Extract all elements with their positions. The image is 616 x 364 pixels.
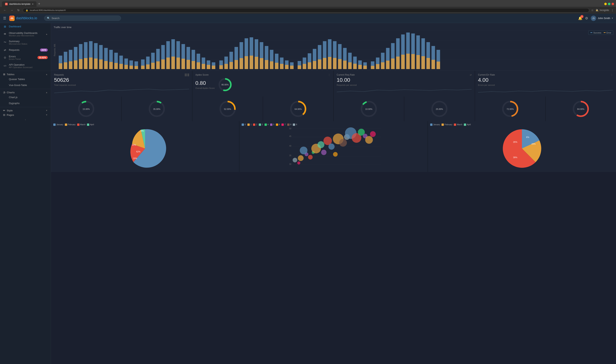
- bookmark-button[interactable]: ☆: [591, 9, 594, 12]
- stat-card-reqrate: Current Req Rate ⇄ 10.00 Requests per se…: [334, 71, 475, 97]
- new-tab-button[interactable]: +: [37, 1, 42, 7]
- browser-toolbar: ← → ↻ 🔒 localhost:8081/dashblocks-templa…: [0, 7, 616, 14]
- search-box[interactable]: 🔍 Search: [44, 16, 121, 21]
- sidebar-item-quasar[interactable]: Quasar Tables: [0, 76, 51, 82]
- header-search[interactable]: 🔍 Search: [44, 16, 121, 21]
- gauge-svg-5: 25.00%: [430, 99, 449, 118]
- forward-button[interactable]: →: [9, 8, 14, 13]
- style-section-header[interactable]: ✏ Style ▼: [0, 108, 51, 112]
- chartjs-label: Chart.js: [9, 96, 17, 99]
- pie1-legend-jan: January: [53, 124, 63, 126]
- svg-rect-111: [318, 59, 321, 69]
- tab-favicon: db: [5, 3, 8, 5]
- reqrate-icon: ⇄: [470, 74, 472, 76]
- svg-rect-99: [285, 65, 288, 69]
- svg-rect-139: [391, 58, 395, 69]
- svg-rect-115: [328, 57, 332, 69]
- browser-tab[interactable]: db dashblocks-template ×: [2, 1, 37, 7]
- svg-rect-23: [89, 58, 92, 69]
- sidebar-item-dashboard[interactable]: ⊞ Dashboard: [0, 23, 51, 30]
- gauge-card-3: 64.00%: [263, 97, 334, 121]
- settings-button[interactable]: ⚙: [585, 16, 588, 20]
- tab-close-button[interactable]: ×: [32, 2, 34, 6]
- legend-success: Success: [590, 32, 601, 34]
- svg-rect-107: [308, 62, 311, 69]
- browser-menu-button[interactable]: ⋮: [611, 9, 614, 12]
- gauge-card-1: 35.00%: [122, 97, 192, 121]
- svg-point-214: [339, 139, 347, 147]
- summary-sub: Microservice Status: [9, 43, 48, 45]
- svg-rect-39: [129, 65, 133, 69]
- pie1-chart-area: 62% 19% 13% 6%: [53, 127, 237, 170]
- svg-text:52.00%: 52.00%: [224, 108, 231, 110]
- maximize-button[interactable]: [608, 3, 610, 5]
- tables-chevron-icon: ▲: [46, 73, 48, 75]
- sidebar-item-chartjs[interactable]: Chart.js: [0, 94, 51, 100]
- requests-label: Requests: [9, 49, 38, 51]
- gauge-svg-4: 10.00%: [359, 99, 378, 118]
- stat-reqrate-label: Current Req Rate ⇄: [337, 74, 472, 76]
- bubble-legend-3: 3: [259, 124, 263, 126]
- pie2-legend-feb: February: [441, 124, 452, 126]
- pie1-apr-color: [87, 124, 89, 126]
- observability-sub: Monitor your Microservices: [9, 34, 44, 37]
- pages-section-header[interactable]: ⊟ Pages ▼: [0, 112, 51, 117]
- svg-rect-119: [338, 59, 342, 69]
- observability-label: Observability Dashboards: [9, 32, 44, 34]
- svg-rect-105: [303, 64, 306, 69]
- sidebar-item-dygraphs[interactable]: Dygraphs: [0, 100, 51, 106]
- sidebar-item-api[interactable]: </> API Operation API Operation Scorecar…: [0, 62, 51, 70]
- gauge-card-5: 25.00%: [404, 97, 475, 121]
- svg-point-202: [298, 155, 304, 161]
- dygraphs-label: Dygraphs: [9, 102, 20, 105]
- charts-section-header[interactable]: ◔ Charts ▲: [0, 90, 51, 94]
- gauge-svg-0: 15.00%: [77, 99, 96, 118]
- svg-rect-83: [244, 56, 248, 69]
- style-icon: ✏: [3, 109, 5, 112]
- svg-rect-43: [141, 65, 144, 69]
- errrate-sparkline: [478, 86, 613, 94]
- user-name: John Smith: [598, 17, 610, 20]
- svg-rect-35: [119, 64, 123, 69]
- sidebar-item-observability[interactable]: 👁 Observability Dashboards Monitor your …: [0, 30, 51, 38]
- bubble-legend-0: 0: [242, 124, 246, 126]
- tables-icon: ⊞: [3, 73, 5, 76]
- main-content: Traffic over time Requests, Mill. Succes…: [51, 23, 616, 364]
- sidebar-item-errors[interactable]: ⊙ Errors Errors Trend 10.62%: [0, 53, 51, 62]
- search-icon: 🔍: [47, 17, 50, 20]
- svg-rect-127: [358, 65, 362, 69]
- svg-rect-87: [255, 57, 258, 69]
- b7-label: 7: [284, 124, 286, 126]
- errors-icon: ⊙: [3, 56, 7, 59]
- svg-point-209: [321, 150, 326, 155]
- bubble-legend-9: 9: [293, 124, 297, 126]
- close-window-button[interactable]: [612, 3, 614, 5]
- pie2-svg: 26% 29% 39% 6%: [501, 127, 543, 170]
- lock-icon: 🔒: [26, 9, 28, 12]
- notification-button[interactable]: 🔔 5: [578, 16, 582, 20]
- svg-rect-21: [84, 58, 88, 69]
- hamburger-button[interactable]: ☰: [3, 16, 6, 20]
- b4-label: 4: [268, 124, 269, 126]
- address-bar[interactable]: 🔒 localhost:8081/dashblocks-template/#/: [23, 8, 589, 13]
- svg-rect-81: [240, 58, 243, 69]
- refresh-button[interactable]: ↻: [16, 8, 21, 13]
- back-button[interactable]: ←: [2, 8, 7, 13]
- reqrate-sparkline: [337, 86, 472, 94]
- svg-rect-141: [396, 57, 399, 69]
- sidebar-collapse-button[interactable]: ‹: [0, 117, 51, 123]
- sidebar-item-requests[interactable]: ⇄ Requests 2070: [0, 47, 51, 53]
- sidebar-item-vue-good[interactable]: Vue-Good-Table: [0, 82, 51, 88]
- b9-color: [293, 124, 295, 126]
- minimize-button[interactable]: [604, 3, 607, 5]
- bubble-legend-4: 4: [265, 124, 269, 126]
- user-menu[interactable]: JS John Smith ▾: [591, 16, 613, 21]
- svg-text:35.00%: 35.00%: [153, 108, 161, 110]
- chevron-up-icon: ▲: [46, 33, 48, 35]
- dashboard-icon: ⊞: [3, 25, 7, 28]
- svg-rect-101: [290, 65, 294, 69]
- tables-section-header[interactable]: ⊞ Tables ▲: [0, 72, 51, 76]
- stat-errrate-desc: Errors per second: [478, 84, 613, 86]
- sidebar-item-summary[interactable]: 〜 Summary Microservice Status: [0, 38, 51, 47]
- pie1-jan-label: January: [56, 124, 63, 126]
